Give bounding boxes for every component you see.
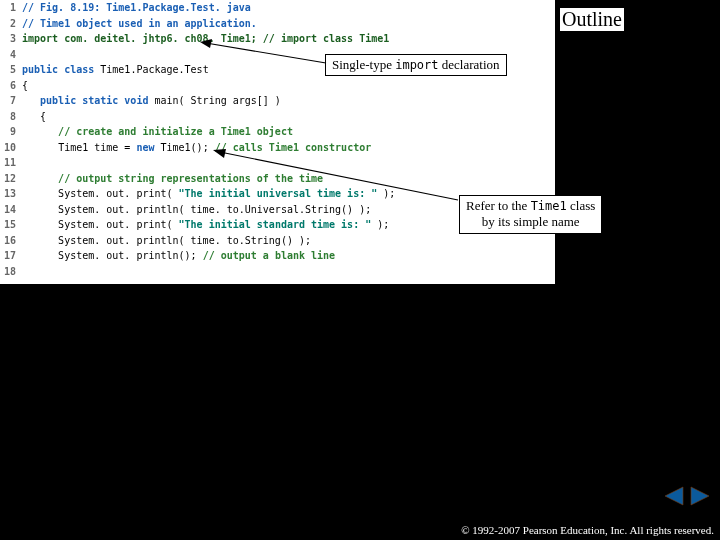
code-text: { (22, 80, 555, 91)
line-number: 14 (0, 204, 22, 215)
line-number: 3 (0, 33, 22, 44)
triangle-left-icon (663, 485, 685, 507)
line-number: 18 (0, 266, 22, 277)
code-line: 12 // output string representations of t… (0, 171, 555, 187)
prev-button[interactable] (662, 484, 686, 508)
line-number: 12 (0, 173, 22, 184)
code-text: public static void main( String args[] ) (22, 95, 555, 106)
line-number: 16 (0, 235, 22, 246)
code-text: System. out. println(); // output a blan… (22, 250, 555, 261)
line-number: 5 (0, 64, 22, 75)
code-text: Time1 time = new Time1(); // calls Time1… (22, 142, 555, 153)
code-line: 6{ (0, 78, 555, 94)
code-line: 9 // create and initialize a Time1 objec… (0, 124, 555, 140)
callout-refer-post: class (567, 198, 596, 213)
code-text: { (22, 111, 555, 122)
callout-import-post: declaration (439, 57, 500, 72)
line-number: 7 (0, 95, 22, 106)
callout-refer: Refer to the Time1 class by its simple n… (459, 195, 602, 234)
code-text: // create and initialize a Time1 object (22, 126, 555, 137)
outline-label: Outline (560, 8, 624, 32)
callout-import-pre: Single-type (332, 57, 395, 72)
line-number: 1 (0, 2, 22, 13)
callout-refer-line2: by its simple name (482, 214, 580, 229)
code-line: 16 System. out. println( time. to.String… (0, 233, 555, 249)
code-text: System. out. println( time. to.String() … (22, 235, 555, 246)
code-text: // Time1 object used in an application. (22, 18, 555, 29)
side-extension: .java (566, 114, 605, 129)
line-number: 4 (0, 49, 22, 60)
next-button[interactable] (688, 484, 712, 508)
triangle-right-icon (689, 485, 711, 507)
page-number: 168 (698, 4, 716, 19)
code-text: // output string representations of the … (22, 173, 555, 184)
code-line: 10 Time1 time = new Time1(); // calls Ti… (0, 140, 555, 156)
code-line: 8 { (0, 109, 555, 125)
copyright-text: © 1992-2007 Pearson Education, Inc. All … (461, 524, 714, 536)
side-progress: (1 of 2) (600, 174, 639, 190)
code-line: 1// Fig. 8.19: Time1.Package.Test. java (0, 0, 555, 16)
line-number: 17 (0, 250, 22, 261)
callout-import: Single-type import declaration (325, 54, 507, 76)
code-line: 11 (0, 155, 555, 171)
code-text: import com. deitel. jhtp6. ch08. Time1; … (22, 33, 555, 44)
svg-marker-5 (691, 487, 709, 505)
code-panel: 1// Fig. 8.19: Time1.Package.Test. java2… (0, 0, 555, 284)
code-line: 17 System. out. println(); // output a b… (0, 248, 555, 264)
line-number: 9 (0, 126, 22, 137)
code-line: 7 public static void main( String args[]… (0, 93, 555, 109)
svg-marker-4 (665, 487, 683, 505)
line-number: 6 (0, 80, 22, 91)
code-line: 18 (0, 264, 555, 280)
code-line: 2// Time1 object used in an application. (0, 16, 555, 32)
line-number: 15 (0, 219, 22, 230)
code-text: // Fig. 8.19: Time1.Package.Test. java (22, 2, 555, 13)
line-number: 13 (0, 188, 22, 199)
line-number: 8 (0, 111, 22, 122)
code-line: 3import com. deitel. jhtp6. ch08. Time1;… (0, 31, 555, 47)
nav-controls (662, 484, 712, 508)
line-number: 11 (0, 157, 22, 168)
line-number: 2 (0, 18, 22, 29)
callout-import-kw: import (395, 58, 438, 72)
line-number: 10 (0, 142, 22, 153)
side-class-name: Time1Package.Test (566, 80, 699, 95)
callout-refer-pre: Refer to the (466, 198, 531, 213)
callout-refer-kw: Time1 (531, 199, 567, 213)
